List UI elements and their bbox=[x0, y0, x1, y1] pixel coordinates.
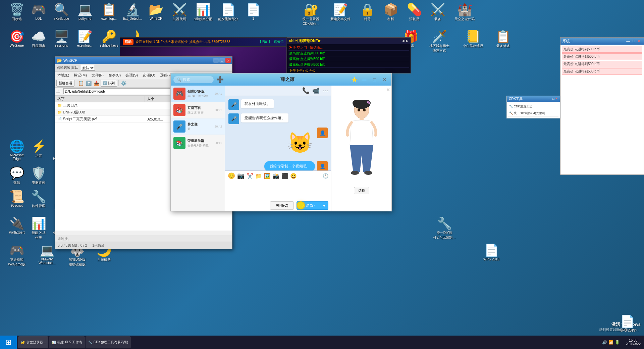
desktop-icon-wegame[interactable]: 🎯 WeGame bbox=[5, 30, 29, 47]
qq-folder-btn[interactable]: 📁 bbox=[255, 173, 262, 179]
qq-contact-item[interactable]: 📚 豆腐百科 薛之谦:谢谢! 20:21 bbox=[171, 102, 225, 118]
qq-scissors-btn[interactable]: ✂️ bbox=[247, 173, 253, 179]
menu-option[interactable]: 选项(O) bbox=[142, 72, 156, 78]
tray-icon-network[interactable]: 📶 bbox=[608, 340, 613, 345]
qq-contact-name: 薛之谦 bbox=[226, 77, 349, 83]
desktop-icon-wechat2[interactable]: 💬 微信 bbox=[5, 166, 29, 185]
qq-image-btn[interactable]: 🖼️ bbox=[264, 173, 271, 179]
qq-close[interactable]: ✕ bbox=[381, 76, 389, 83]
toolbar-btn-2[interactable]: ⬆️ bbox=[85, 80, 92, 87]
taskbar-item-create-login[interactable]: 🔐 创世登录器... bbox=[18, 336, 48, 348]
qq-maximize[interactable]: □ bbox=[371, 76, 378, 83]
desktop-icon-deletepart[interactable]: 📄 前夕删除部分 bbox=[215, 3, 241, 21]
qq-contact-item-active[interactable]: 🎤 薛之谦 好 20:42 bbox=[171, 118, 225, 135]
desktop-icon-winscp[interactable]: 📂 WinSCP bbox=[144, 3, 168, 20]
desktop-icon-9script[interactable]: 📜 95script bbox=[5, 190, 29, 207]
menu-file[interactable]: 文件(F) bbox=[91, 72, 105, 78]
qq-titlebar: 🔍 搜索 ➕ 薛之谦 ⭐ — □ ✕ bbox=[171, 73, 391, 86]
qq-screen-btn[interactable]: ⬛ bbox=[281, 173, 288, 179]
desktop-icon-newtext[interactable]: 📝 新建文本文件 bbox=[327, 3, 354, 21]
qq-sidebar-close[interactable]: ✕ bbox=[386, 87, 390, 92]
desktop-icon-equip-notes[interactable]: 📋 装备笔述 bbox=[490, 30, 517, 48]
menu-local[interactable]: 本地(L) bbox=[56, 72, 70, 78]
new-session-btn[interactable]: 新建会话 bbox=[56, 80, 74, 87]
tool-cdk-make[interactable]: 🔧 CDK主置工乙 bbox=[508, 103, 558, 110]
taskbar-item-xls[interactable]: 📊 新建 XLS 工作表 bbox=[49, 336, 85, 348]
path-input[interactable] bbox=[63, 88, 181, 94]
desktop-icon-equipment[interactable]: ⚔️ 装备 bbox=[426, 3, 449, 21]
qq-message-input[interactable] bbox=[228, 183, 328, 197]
qq-add-btn[interactable]: ➕ bbox=[216, 76, 224, 83]
desktop-icon-pcmgr[interactable]: 🛡️ 电脑管家 bbox=[27, 166, 50, 185]
qq-video-call-btn[interactable]: 📹 bbox=[312, 87, 320, 94]
qq-char-select-btn[interactable]: 选择 bbox=[354, 187, 369, 194]
desktop-icon-thunder[interactable]: ⚡ 迅雷 bbox=[27, 139, 50, 158]
tray-icon-battery[interactable]: 🔋 bbox=[615, 340, 620, 345]
desktop-icon[interactable]: 🗑️ 回收站 bbox=[5, 3, 29, 21]
qq-emoji-btn[interactable]: 😊 bbox=[228, 172, 235, 180]
taskbar: ⊞ 🔐 创世登录器... 📊 新建 XLS 工作表 🔧 CDK独理工具2(带码号… bbox=[0, 336, 644, 349]
qq-clock-btn[interactable]: 🕐 bbox=[323, 173, 328, 179]
desktop-icon-newxls[interactable]: 📊 新建 XLS作表 bbox=[27, 216, 50, 240]
menu-mark[interactable]: 标记(M) bbox=[73, 72, 88, 78]
desktop-icon-dnfshortcut[interactable]: 🗡️ 地下城与勇士快速方式 bbox=[426, 30, 453, 53]
tool-unified-diy[interactable]: 🔨 统一DIY制作2.4(无限制... bbox=[508, 110, 558, 117]
desktop-icon-extdetect[interactable]: 🔬 Ext_Detect... bbox=[121, 3, 144, 20]
winscp-maximize[interactable]: □ bbox=[219, 58, 225, 63]
taskbar-item-cdk-tool[interactable]: 🔧 CDK独理工具2(带码号) bbox=[86, 336, 131, 348]
desktop-icon-wps[interactable]: 📄 WPS 2019 bbox=[614, 314, 641, 332]
qq-camera-btn[interactable]: 📸 bbox=[273, 173, 279, 179]
qq-send-arrow[interactable]: ▼ bbox=[320, 201, 328, 210]
qq-more-emoji-btn[interactable]: 😄 bbox=[290, 173, 297, 179]
desktop-icon-exeinfopro[interactable]: 📋 exeinfop... bbox=[97, 3, 121, 20]
taskbar-tray: 🔊 📶 🔋 bbox=[599, 340, 623, 345]
desktop-icon-heroaliance[interactable]: 🎮 英雄联盟WeGame版 bbox=[5, 243, 29, 267]
desktop-icon-lol[interactable]: 🎮 LOL bbox=[27, 3, 50, 20]
col-size[interactable]: 大小 bbox=[145, 96, 172, 102]
toolbar-btn-4[interactable]: ⚙️ bbox=[120, 80, 127, 87]
winscp-minimize[interactable]: — bbox=[213, 58, 219, 63]
desktop-icon-baidupan[interactable]: ☁️ 百度网盘 bbox=[27, 30, 50, 48]
tray-icon-sound[interactable]: 🔊 bbox=[602, 340, 607, 345]
qq-more-btn[interactable]: ⋯ bbox=[322, 87, 328, 94]
qq-voice-call-btn[interactable]: 📞 bbox=[302, 87, 310, 94]
desktop-icon-wps2019[interactable]: 📄 WPS 2019 bbox=[480, 243, 503, 261]
menu-session[interactable]: 会话(S) bbox=[124, 72, 139, 78]
transfer-options-select[interactable]: 默认 bbox=[81, 65, 95, 71]
menu-command[interactable]: 命令(C) bbox=[107, 72, 122, 78]
qq-minimize[interactable]: — bbox=[360, 76, 369, 83]
qq-send-area: 关闭(C) 发送(S) ▼ bbox=[225, 200, 331, 211]
qq-search-bar[interactable]: 🔍 搜索 bbox=[173, 76, 214, 83]
col-name[interactable]: 名字 bbox=[55, 96, 145, 102]
desktop-icon-softmgr[interactable]: 🔧 软件管理 bbox=[27, 190, 50, 208]
desktop-icon-portexpert[interactable]: 🔌 PortExpert bbox=[5, 216, 29, 234]
desktop-icon-unifiedlogin[interactable]: 🔐 统一登录器CDK制作... bbox=[296, 3, 326, 26]
desktop-icon-sessions[interactable]: 🖥️ sessions bbox=[50, 30, 73, 47]
qq-text-input-area[interactable] bbox=[225, 181, 331, 200]
qq-contact-item[interactable]: 🎮 创世DNF版: 本F第一部:送给在... 20:41 bbox=[171, 86, 225, 102]
winscp-statusbar: 0 B / 318 MB，0 / 2 1已隐藏 bbox=[55, 242, 232, 249]
qq-contact-item[interactable]: 📚 荣道教学群 @够死A莽:钓鱼疯? 20:41 bbox=[171, 135, 225, 151]
desktop-icon-exeinfopro2[interactable]: 📝 exeinfop... bbox=[73, 30, 97, 47]
desktop-icon-unified-diy[interactable]: 🔧 统一DIY插件2.4(无限制... bbox=[429, 216, 460, 240]
toolbar-btn-1[interactable]: 📋 bbox=[77, 80, 85, 87]
desktop-icon-consumable[interactable]: 💊 消耗品 bbox=[402, 3, 426, 21]
desktop-icon-microsoftedge[interactable]: 🌐 MicrosoftEdge bbox=[5, 139, 29, 161]
desktop-icon-weaponcode[interactable]: ⚔️ 武器代码 bbox=[168, 3, 191, 21]
desktop-icon-sshhostkeys[interactable]: 🔑 sshhostkeys bbox=[97, 30, 121, 47]
qq-send-btn[interactable]: 发送(S) bbox=[297, 201, 320, 210]
desktop-icon-skycode[interactable]: 🏰 天空之城代码 bbox=[449, 3, 480, 21]
toolbar-btn-queue[interactable]: 🔢 队列 bbox=[101, 80, 117, 87]
desktop-icon-cdkdist[interactable]: 📊 cdk独类分配 bbox=[191, 3, 215, 21]
winscp-close[interactable]: ✕ bbox=[225, 58, 231, 63]
start-button[interactable]: ⊞ bbox=[0, 336, 17, 349]
desktop-icon-1[interactable]: 📄 1 bbox=[241, 3, 265, 20]
qq-screenshot-btn[interactable]: 📷 bbox=[237, 172, 245, 180]
desktop-icon-putty[interactable]: 💻 putty.rnd bbox=[73, 3, 97, 20]
qq-close-btn[interactable]: 关闭(C) bbox=[270, 201, 294, 210]
toolbar-btn-3[interactable]: 📥 bbox=[93, 80, 100, 87]
desktop-icon-material[interactable]: 📦 材料 bbox=[379, 3, 402, 21]
desktop-icon-ban[interactable]: 🔒 封号 bbox=[356, 3, 379, 21]
desktop-icon-notes[interactable]: 📒 小白修改笔记 bbox=[460, 30, 486, 48]
desktop-icon-exescope[interactable]: 🔍 eXeScope bbox=[50, 3, 73, 20]
